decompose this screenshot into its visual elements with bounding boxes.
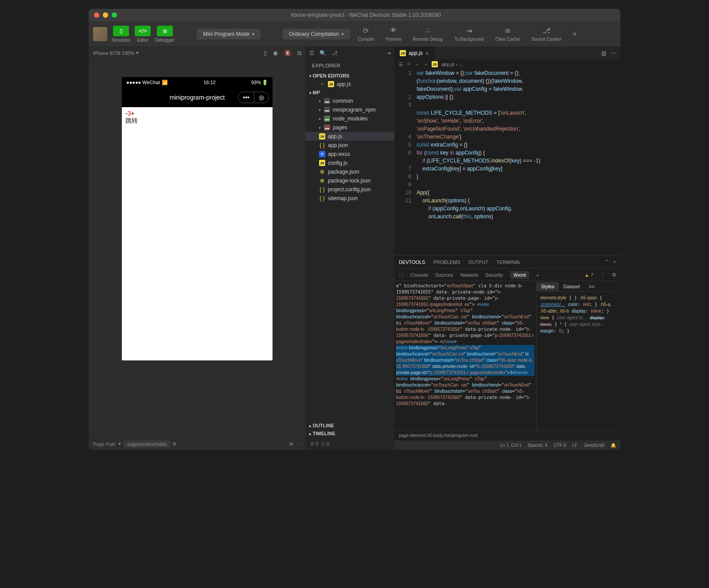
clear-cache-button[interactable]: ≋Clear Cache (492, 27, 524, 42)
battery-label: 93% (251, 80, 261, 85)
code-editor[interactable]: var fakeWindow = {};var fakeDocument = {… (417, 69, 620, 255)
devtools-wxml-tab[interactable]: Wxml (510, 271, 530, 279)
compile-button[interactable]: ⟳Compile (354, 27, 378, 42)
tree-item-config.js[interactable]: JSconfig.js (306, 159, 394, 167)
mode-dropdown[interactable]: Mini Program Mode (197, 29, 261, 39)
compile-dropdown[interactable]: Ordinary Compilation (283, 29, 350, 39)
editor-toggle[interactable]: </>Editor (135, 26, 151, 43)
devtools-network-tab[interactable]: Network (460, 272, 478, 278)
jump-link[interactable]: 跳转 (125, 117, 269, 125)
eol-setting[interactable]: LF (573, 443, 578, 448)
panel-tab-output[interactable]: OUTPUT (468, 259, 488, 265)
debugger-toggle[interactable]: ≣Debugger (155, 26, 175, 43)
devtools-breadcrumb[interactable]: page element.h5-body.miniprogram-root (394, 430, 620, 440)
page-path-label: Page Path (93, 441, 116, 447)
close-window[interactable] (94, 12, 99, 18)
to-background-button[interactable]: ⇥To Background (451, 27, 487, 42)
timeline-section[interactable]: TIMELINE (306, 429, 394, 437)
panel-tab-devtools[interactable]: DEVTOOLS (399, 259, 425, 265)
search-icon[interactable]: 🔍 (319, 50, 326, 56)
record-icon[interactable]: ◉ (273, 50, 278, 57)
open-editor-item[interactable]: ×JSapp.js (306, 80, 394, 89)
main-toolbar: ▯Simulator </>Editor ≣Debugger Mini Prog… (89, 21, 620, 47)
tree-item-app.js[interactable]: JSapp.js (306, 132, 394, 141)
language-mode[interactable]: JavaScript (584, 443, 604, 448)
warning-badge[interactable]: ▲ 7 (584, 272, 593, 278)
devtools-settings-icon[interactable]: ⋮ (600, 272, 605, 278)
user-avatar[interactable] (93, 27, 107, 41)
copy-path-icon[interactable]: ⧉ (173, 441, 176, 447)
outline-section[interactable]: OUTLINE (306, 422, 394, 429)
more-button[interactable]: » (569, 30, 580, 39)
clock-label: 16:12 (168, 80, 251, 85)
phone-frame[interactable]: ●●●●● WeChat📶 16:12 93%🔋 miniprogram-pro… (122, 77, 273, 360)
carrier-label: ●●●●● WeChat (126, 80, 160, 85)
tree-item-sitemap.json[interactable]: { }sitemap.json (306, 194, 394, 203)
simulator-canvas: ●●●●● WeChat📶 16:12 93%🔋 miniprogram-pro… (89, 59, 306, 437)
nav-title: miniprogram-project (170, 94, 225, 101)
tree-item-package-lock.json[interactable]: ⊕package-lock.json (306, 176, 394, 185)
panel-more-icon[interactable]: ⇥ (386, 50, 391, 56)
remote-debug-button[interactable]: ⛬Remote Debug (409, 27, 446, 42)
devtools-sources-tab[interactable]: Sources (435, 272, 453, 278)
wxml-tree[interactable]: e" bindtouchstart="onTouchStart" cla 5-d… (394, 281, 536, 430)
forward-icon[interactable]: → (423, 62, 428, 67)
devtools-console-tab[interactable]: Console (410, 272, 428, 278)
editor-actions-icon[interactable]: ☰ (399, 62, 403, 67)
panel-tab-problems[interactable]: PROBLEMS (433, 259, 460, 265)
minimize-window[interactable] (103, 12, 108, 18)
breadcrumb[interactable]: app.js › ... (441, 62, 463, 67)
tree-item-package.json[interactable]: ⊕package.json (306, 167, 394, 176)
page-path-value: pages/index/index (124, 441, 170, 448)
encoding-setting[interactable]: UTF-8 (553, 443, 566, 448)
devtools-overflow-icon[interactable]: » (536, 272, 539, 278)
tree-item-node_modules[interactable]: ▸▬node_modules (306, 114, 394, 123)
explorer-panel: ☰ 🔍 ⎇ ⇥ EXPLORER OPEN EDITORS ×JSapp.js … (306, 47, 394, 450)
dataset-tab[interactable]: Dataset (559, 282, 584, 291)
panel-close-icon[interactable]: × (613, 259, 616, 265)
device-selector[interactable]: iPhone 6/7/8 100% (93, 50, 134, 56)
devtools-security-tab[interactable]: Security (485, 272, 503, 278)
project-root-section[interactable]: MP (306, 89, 394, 97)
back-icon[interactable]: ← (415, 62, 420, 67)
explorer-icon[interactable]: ☰ (309, 50, 314, 56)
maximize-window[interactable] (112, 12, 117, 18)
preview-button[interactable]: 👁Preview (382, 27, 405, 42)
indent-setting[interactable]: Spaces: 4 (528, 443, 547, 448)
status-warnings[interactable]: ⚠ 0 (321, 441, 329, 447)
editor-tab[interactable]: JSapp.js× (394, 47, 435, 59)
tree-item-miniprogram_npm[interactable]: ▸▬miniprogram_npm (306, 105, 394, 114)
panel-tab-terminal[interactable]: TERMINAL (496, 259, 521, 265)
more-icon[interactable]: ⋯ (296, 441, 301, 447)
tree-item-app.wxss[interactable]: #app.wxss (306, 150, 394, 159)
close-tab-icon[interactable]: × (425, 50, 429, 57)
device-rotate-icon[interactable]: ▯ (264, 50, 267, 57)
editor-more-icon[interactable]: ⋯ (611, 50, 616, 56)
plus-button[interactable]: + (131, 110, 134, 117)
window-title: kbone-template-preact - WeChat Devtools … (117, 12, 615, 18)
tree-item-pages[interactable]: ▸▬pages (306, 123, 394, 132)
scm-icon[interactable]: ⎇ (331, 50, 338, 56)
mute-icon[interactable]: 🔇 (284, 50, 291, 57)
tree-item-common[interactable]: ▸▬common (306, 97, 394, 105)
bookmark-icon[interactable]: ⚐ (407, 62, 411, 67)
tree-item-project.config.json[interactable]: { }project.config.json (306, 185, 394, 194)
styles-overflow[interactable]: >> (584, 282, 599, 291)
open-editors-section[interactable]: OPEN EDITORS (306, 72, 394, 80)
source-control-button[interactable]: ⎇Source Control (528, 27, 565, 42)
inspector-icon[interactable]: ⬚ (399, 272, 403, 278)
notifications-icon[interactable]: 🔔 (611, 443, 616, 448)
simulator-toggle[interactable]: ▯Simulator (112, 26, 130, 43)
split-editor-icon[interactable]: ▥ (601, 50, 606, 56)
styles-rules[interactable]: element.style { } .h5-span { ./common/… … (537, 292, 620, 430)
capsule-menu[interactable]: ••• (238, 92, 254, 103)
cursor-position[interactable]: Ln 1, Col 1 (500, 443, 521, 448)
devtools-dock-icon[interactable]: ⧉ (612, 272, 616, 278)
panel-collapse-icon[interactable]: ⌃ (605, 259, 609, 265)
tree-item-app.json[interactable]: { }app.json (306, 141, 394, 150)
status-errors[interactable]: ⊘ 0 (310, 441, 318, 447)
styles-tab[interactable]: Styles (537, 282, 559, 291)
visibility-icon[interactable]: 👁 (289, 441, 294, 447)
copy-icon[interactable]: ⧉ (297, 50, 301, 57)
capsule-close[interactable]: ◎ (254, 92, 269, 103)
